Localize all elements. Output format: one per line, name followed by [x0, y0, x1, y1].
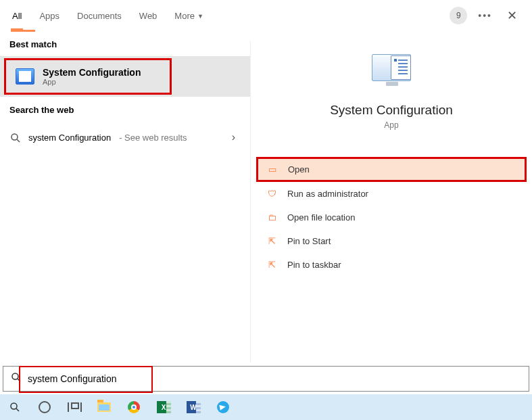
- action-run-admin[interactable]: 🛡 Run as administrator: [256, 182, 527, 206]
- tab-web[interactable]: Web: [138, 3, 159, 28]
- svg-line-1: [17, 139, 20, 142]
- preview-header: System Configuration App: [256, 54, 527, 130]
- result-text: System Configuration App: [43, 67, 141, 86]
- search-bar[interactable]: [3, 366, 529, 392]
- pin-icon: ⇱: [267, 260, 276, 270]
- open-icon: ▭: [268, 164, 277, 174]
- search-icon: [9, 132, 20, 143]
- pin-icon: ⇱: [267, 236, 276, 246]
- action-pin-start[interactable]: ⇱ Pin to Start: [256, 229, 527, 253]
- folder-icon: 🗀: [267, 212, 276, 223]
- preview-app-icon: [370, 54, 412, 91]
- search-header: All Apps Documents Web More ▼ 9 ••• ✕: [0, 0, 532, 31]
- excel-icon[interactable]: X: [155, 399, 172, 415]
- chrome-icon[interactable]: [126, 399, 142, 415]
- preview-actions: ▭ Open 🛡 Run as administrator 🗀 Open fil…: [256, 157, 527, 277]
- cortana-icon[interactable]: [37, 399, 53, 415]
- web-query-text: system Configuration: [28, 133, 111, 143]
- action-open-label: Open: [288, 164, 310, 174]
- more-options-icon[interactable]: •••: [478, 10, 492, 21]
- file-explorer-icon[interactable]: [96, 399, 112, 415]
- svg-point-4: [11, 403, 17, 409]
- results-column: Best match System Configuration App Sear…: [0, 31, 250, 363]
- search-web-label: Search the web: [0, 97, 250, 122]
- chevron-right-icon: ›: [232, 131, 235, 143]
- action-open-location-label: Open file location: [287, 212, 355, 223]
- action-pin-start-label: Pin to Start: [287, 236, 331, 246]
- search-icon: [10, 371, 22, 386]
- tab-more[interactable]: More ▼: [173, 3, 205, 28]
- action-open[interactable]: ▭ Open: [256, 157, 527, 182]
- web-result-row[interactable]: system Configuration - See web results ›: [0, 122, 250, 153]
- action-pin-taskbar-label: Pin to taskbar: [287, 260, 341, 270]
- taskbar: X W: [0, 394, 532, 420]
- tab-all[interactable]: All: [11, 3, 23, 28]
- svg-point-0: [11, 134, 18, 140]
- chevron-down-icon: ▼: [197, 13, 203, 20]
- header-actions: 9 ••• ✕: [450, 5, 525, 26]
- best-match-row: System Configuration App: [0, 56, 250, 97]
- word-icon[interactable]: W: [185, 399, 201, 415]
- search-input[interactable]: [22, 373, 522, 384]
- task-view-icon[interactable]: [66, 399, 82, 415]
- close-icon[interactable]: ✕: [503, 5, 521, 26]
- shield-icon: 🛡: [267, 189, 276, 199]
- msconfig-icon: [16, 68, 34, 85]
- notification-badge[interactable]: 9: [450, 7, 467, 24]
- preview-pane: System Configuration App ▭ Open 🛡 Run as…: [250, 41, 532, 363]
- web-hint-text: - See web results: [119, 133, 187, 143]
- tab-documents[interactable]: Documents: [76, 3, 123, 28]
- svg-line-3: [18, 379, 20, 381]
- result-system-configuration[interactable]: System Configuration App: [4, 58, 172, 95]
- preview-subtitle: App: [256, 120, 527, 130]
- action-open-location[interactable]: 🗀 Open file location: [256, 206, 527, 229]
- result-subtitle: App: [43, 78, 141, 86]
- best-match-label: Best match: [0, 31, 250, 56]
- svg-line-5: [16, 409, 19, 411]
- taskbar-search-icon[interactable]: [7, 399, 23, 415]
- action-pin-taskbar[interactable]: ⇱ Pin to taskbar: [256, 253, 527, 277]
- search-content: Best match System Configuration App Sear…: [0, 31, 532, 363]
- action-run-admin-label: Run as administrator: [287, 189, 368, 199]
- tab-apps[interactable]: Apps: [38, 3, 61, 28]
- filter-tabs: All Apps Documents Web More ▼: [11, 0, 205, 30]
- preview-title: System Configuration: [256, 103, 527, 118]
- svg-point-2: [12, 373, 18, 379]
- telegram-icon[interactable]: [215, 399, 231, 415]
- tab-more-label: More: [174, 11, 195, 21]
- result-title: System Configuration: [43, 67, 141, 78]
- tab-active-indicator: [11, 30, 35, 32]
